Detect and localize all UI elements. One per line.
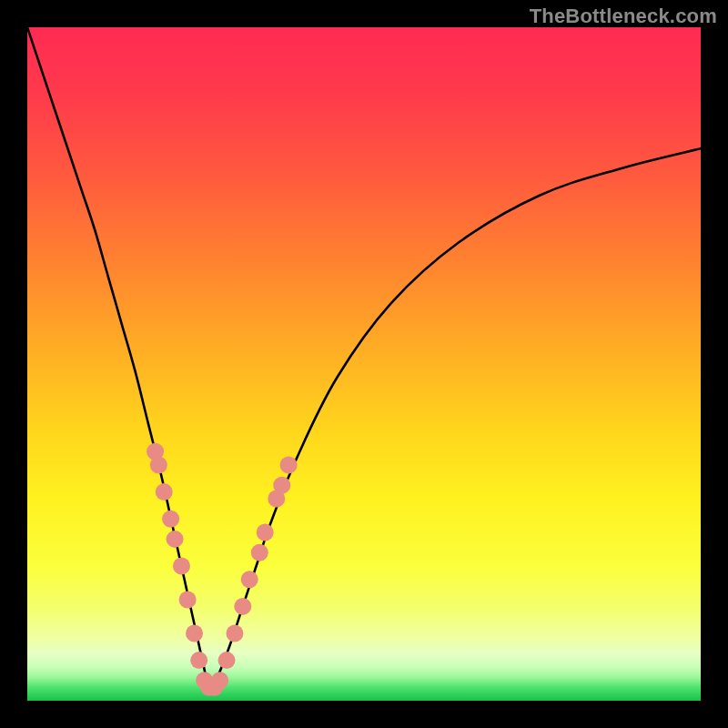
dot [156, 483, 173, 500]
dot [234, 598, 251, 615]
dot [226, 625, 243, 642]
dot [173, 558, 190, 575]
bottleneck-curve [27, 27, 701, 689]
dot [150, 457, 167, 474]
plot-area [27, 27, 701, 701]
dot [280, 457, 298, 474]
dot [218, 652, 236, 669]
sample-dots [147, 443, 298, 696]
watermark-text: TheBottleneck.com [530, 5, 717, 28]
curve-layer [27, 27, 701, 701]
dot [273, 477, 290, 494]
dot [186, 625, 203, 642]
dot [241, 571, 258, 588]
dot [179, 592, 197, 609]
dot [251, 544, 268, 561]
dot [211, 672, 228, 689]
dot [257, 524, 274, 541]
dot [162, 511, 179, 528]
dot [190, 652, 207, 669]
dot [167, 531, 184, 548]
